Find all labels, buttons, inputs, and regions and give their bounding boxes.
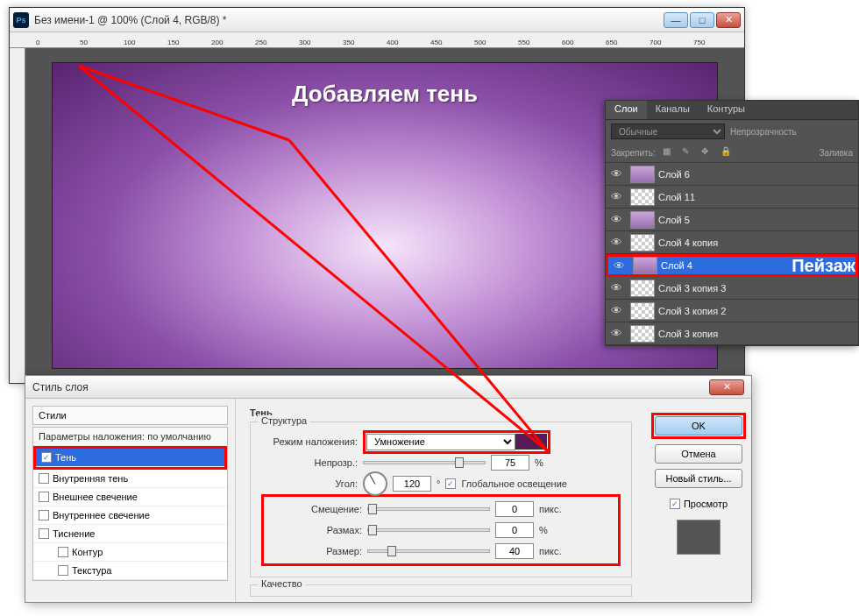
style-inner-glow[interactable]: Внутреннее свечение <box>33 506 227 525</box>
dialog-title: Стиль слоя <box>32 381 709 393</box>
lock-move-icon[interactable]: ✥ <box>701 146 713 159</box>
style-settings: Тень Структура Режим наложения: Умножени… <box>236 399 646 602</box>
checkbox-icon[interactable] <box>39 492 49 502</box>
layer-row[interactable]: 👁Слой 11 <box>606 186 858 209</box>
opacity-slider[interactable] <box>363 461 486 464</box>
size-slider[interactable] <box>367 549 490 553</box>
styles-header[interactable]: Стили <box>32 406 228 425</box>
angle-dial[interactable] <box>363 471 387 496</box>
dialog-buttons: OK Отмена Новый стиль... Просмотр <box>646 399 751 602</box>
spread-input[interactable] <box>495 522 534 538</box>
vertical-ruler <box>10 48 25 383</box>
checkbox-icon[interactable] <box>58 565 68 576</box>
preview-label: Просмотр <box>684 499 728 509</box>
tab-layers[interactable]: Слои <box>606 101 647 119</box>
global-light-checkbox[interactable] <box>445 478 456 489</box>
lock-all-icon[interactable]: 🔒 <box>721 146 733 159</box>
titlebar: Ps Без имени-1 @ 100% (Слой 4, RGB/8) * … <box>10 8 744 32</box>
checkbox-icon[interactable] <box>39 510 49 520</box>
layer-style-dialog: Стиль слоя ✕ Стили Параметры наложения: … <box>25 375 752 603</box>
visibility-icon[interactable]: 👁 <box>606 167 627 181</box>
global-light-label: Глобальное освещение <box>461 478 567 489</box>
ok-button[interactable]: OK <box>655 416 742 435</box>
lock-label: Закрепить: <box>611 148 656 158</box>
lock-transparency-icon[interactable]: ▦ <box>663 146 675 159</box>
layer-thumb <box>630 166 655 183</box>
size-label: Размер: <box>266 546 362 556</box>
spread-slider[interactable] <box>367 528 490 532</box>
opacity-label: Непрозр.: <box>261 457 358 468</box>
dialog-titlebar: Стиль слоя ✕ <box>25 376 751 399</box>
style-texture[interactable]: Текстура <box>33 562 227 580</box>
visibility-icon[interactable]: 👁 <box>606 236 627 249</box>
style-bevel[interactable]: Тиснение <box>33 525 227 543</box>
close-button[interactable]: ✕ <box>716 12 741 28</box>
layer-thumb <box>630 280 655 297</box>
layer-row[interactable]: 👁Слой 5 <box>606 209 858 231</box>
style-drop-shadow[interactable]: Тень <box>36 449 224 467</box>
layers-list: 👁Слой 6 👁Слой 11 👁Слой 5 👁Слой 4 копия 👁… <box>606 163 858 345</box>
preview-checkbox[interactable] <box>670 499 680 509</box>
layer-thumb <box>633 257 657 274</box>
minimize-button[interactable]: — <box>664 12 688 28</box>
fill-label: Заливка <box>820 148 854 158</box>
distance-input[interactable] <box>495 501 534 517</box>
layer-thumb <box>630 302 655 320</box>
preview-swatch <box>677 520 721 555</box>
checkbox-icon[interactable] <box>39 473 49 484</box>
style-inner-shadow[interactable]: Внутренняя тень <box>33 470 227 488</box>
style-outer-glow[interactable]: Внешнее свечение <box>33 488 227 506</box>
visibility-icon[interactable]: 👁 <box>608 259 629 273</box>
angle-input[interactable] <box>393 476 431 492</box>
blending-options-row[interactable]: Параметры наложения: по умолчанию <box>33 428 227 446</box>
checkbox-icon[interactable] <box>41 452 52 463</box>
layer-blend-mode-select[interactable]: Обычные <box>611 124 725 139</box>
distance-label: Смещение: <box>266 504 362 514</box>
annotation-landscape: Пейзаж <box>792 256 855 276</box>
shadow-color-swatch[interactable] <box>515 434 547 450</box>
spread-label: Размах: <box>266 525 362 535</box>
cancel-button[interactable]: Отмена <box>655 444 742 464</box>
lock-brush-icon[interactable]: ✎ <box>682 146 694 159</box>
tab-channels[interactable]: Каналы <box>647 101 699 119</box>
ps-app-icon: Ps <box>13 12 29 28</box>
opacity-label: Непрозрачность <box>730 127 797 137</box>
layer-row[interactable]: 👁Слой 6 <box>606 163 858 186</box>
layer-row[interactable]: 👁Слой 4 копия <box>606 231 858 254</box>
visibility-icon[interactable]: 👁 <box>606 327 627 340</box>
quality-legend: Качество <box>258 578 306 589</box>
dialog-close-button[interactable]: ✕ <box>709 379 744 395</box>
blend-mode-select[interactable]: Умножение <box>366 434 515 450</box>
layer-thumb <box>630 188 655 206</box>
visibility-icon[interactable]: 👁 <box>606 304 627 317</box>
tab-paths[interactable]: Контуры <box>699 101 754 119</box>
opacity-input[interactable] <box>491 455 529 471</box>
layer-row[interactable]: 👁Слой 3 копия 3 <box>606 277 858 300</box>
maximize-button[interactable]: □ <box>690 12 714 28</box>
checkbox-icon[interactable] <box>58 547 68 557</box>
visibility-icon[interactable]: 👁 <box>606 213 627 226</box>
layer-row-selected[interactable]: 👁Слой 4Пейзаж <box>606 254 858 277</box>
size-input[interactable] <box>495 543 534 559</box>
visibility-icon[interactable]: 👁 <box>606 281 627 294</box>
annotation-title: Добавляем тень <box>292 81 478 108</box>
layers-panel: Слои Каналы Контуры Обычные Непрозрачнос… <box>605 100 859 346</box>
style-contour[interactable]: Контур <box>33 543 227 562</box>
blend-mode-label: Режим наложения: <box>261 436 358 447</box>
window-title: Без имени-1 @ 100% (Слой 4, RGB/8) * <box>34 14 664 26</box>
angle-label: Угол: <box>261 478 358 489</box>
horizontal-ruler: 0 50 100 150 200 250 300 350 400 450 500… <box>10 32 744 48</box>
visibility-icon[interactable]: 👁 <box>606 190 627 203</box>
new-style-button[interactable]: Новый стиль... <box>655 469 742 488</box>
layer-thumb <box>630 211 655 229</box>
checkbox-icon[interactable] <box>39 528 49 539</box>
structure-legend: Структура <box>258 415 310 426</box>
layer-thumb <box>630 234 655 251</box>
distance-slider[interactable] <box>367 507 490 511</box>
layer-row[interactable]: 👁Слой 3 копия <box>606 322 858 345</box>
layer-thumb <box>630 325 655 343</box>
layer-row[interactable]: 👁Слой 3 копия 2 <box>606 300 858 322</box>
styles-sidebar: Стили Параметры наложения: по умолчанию … <box>25 399 236 602</box>
panel-tabs: Слои Каналы Контуры <box>606 101 858 120</box>
